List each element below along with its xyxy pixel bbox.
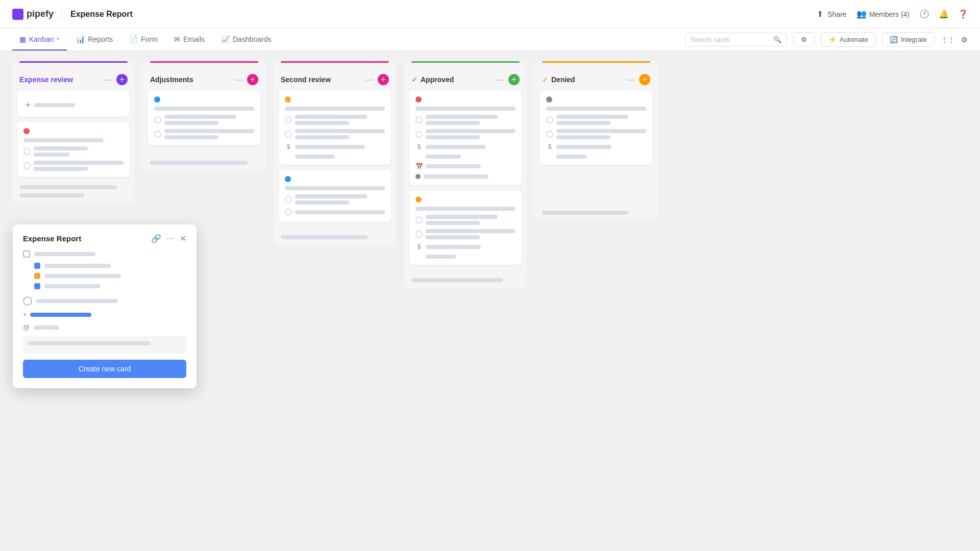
person-icon	[154, 116, 161, 123]
table-row: $ 📅	[409, 90, 522, 185]
card-row	[415, 115, 516, 125]
skel-bar	[44, 274, 121, 278]
card-title-skel	[285, 186, 385, 190]
tab-dashboards-label: Dashboards	[233, 35, 272, 43]
card-row	[285, 129, 385, 139]
footer-skel	[411, 278, 503, 282]
col-menu-expense-review[interactable]: ⋯	[104, 75, 112, 85]
card-row	[23, 146, 124, 157]
overlay-close-button[interactable]: ✕	[180, 234, 186, 243]
skel-bar	[556, 129, 646, 133]
card-row	[415, 129, 516, 139]
tab-kanban[interactable]: ▦ Kanban ▾	[12, 29, 67, 51]
list-item	[34, 273, 186, 279]
skel-bar	[426, 135, 480, 139]
integrate-button[interactable]: 🔄 Integrate	[882, 32, 935, 47]
col-title-expense-review: Expense review	[19, 76, 73, 84]
skel-sub-row	[546, 155, 646, 159]
grid-button[interactable]: ⋮⋮	[941, 36, 955, 44]
tab-kanban-label: Kanban	[29, 35, 54, 43]
calendar-icon: 📅	[415, 163, 423, 170]
list-color-blue	[34, 263, 40, 269]
filter-button[interactable]: ⚙	[793, 32, 815, 47]
skel-bar	[44, 264, 111, 268]
card-row	[285, 209, 385, 216]
col-add-denied[interactable]: +	[639, 74, 650, 85]
dollar-icon: $	[415, 143, 423, 151]
skel-bar	[426, 221, 480, 225]
skel-bar	[295, 135, 349, 139]
column-adjustments: Adjustments ⋯ +	[143, 61, 265, 171]
table-row: +	[17, 90, 130, 117]
tabs: ▦ Kanban ▾ 📊 Reports 📄 Form ✉ Emails 📈 D…	[12, 29, 279, 51]
card-row	[415, 229, 516, 239]
tab-form[interactable]: 📄 Form	[122, 29, 165, 51]
overlay-at-row: @	[23, 323, 186, 331]
circle-icon	[154, 131, 161, 138]
skel-stack	[34, 161, 124, 171]
help-button[interactable]: ❓	[959, 10, 968, 19]
col-header-right-expense-review: ⋯ +	[104, 74, 128, 85]
col-title-approved: ✓ Approved	[411, 76, 454, 84]
card-row	[285, 194, 385, 205]
skel-bar	[556, 145, 611, 149]
col-add-approved[interactable]: +	[508, 74, 520, 85]
skel-stack	[556, 115, 646, 125]
dollar-icon: $	[285, 143, 292, 151]
tab-reports[interactable]: 📊 Reports	[69, 29, 120, 51]
col-footer-denied	[535, 165, 657, 215]
column-second-review: Second review ⋯ +	[274, 61, 396, 245]
col-header-right-approved: ⋯ +	[496, 74, 520, 85]
col-title-second-review: Second review	[281, 76, 331, 84]
tab-dashboards[interactable]: 📈 Dashboards	[214, 29, 279, 51]
col-bar-expense-review	[19, 61, 128, 63]
share-button[interactable]: ⬆ Share	[815, 10, 846, 19]
skel-stack	[426, 129, 516, 139]
add-card-row[interactable]: +	[23, 96, 124, 111]
settings-button[interactable]: ⚙	[961, 36, 968, 44]
col-menu-second-review[interactable]: ⋯	[365, 75, 374, 85]
skel-bar	[295, 145, 365, 149]
history-button[interactable]: 🕐	[920, 10, 929, 19]
dollar-icon: $	[415, 243, 423, 251]
overlay-checkbox[interactable]	[23, 251, 30, 258]
overlay-add-row[interactable]: +	[23, 311, 186, 318]
col-add-second-review[interactable]: +	[378, 74, 389, 85]
search-placeholder: Search cards	[691, 36, 730, 43]
col-bar-approved	[411, 61, 520, 63]
create-new-card-button[interactable]: Create new card	[23, 360, 186, 378]
skel-bar	[44, 284, 101, 288]
skel-bar	[295, 201, 349, 205]
list-color-blue2	[34, 283, 40, 289]
col-menu-denied[interactable]: ⋯	[627, 75, 635, 85]
col-menu-approved[interactable]: ⋯	[496, 75, 504, 85]
card-row	[285, 115, 385, 125]
automate-icon: ⚡	[828, 36, 837, 43]
skel-stack	[295, 210, 385, 214]
overlay-title: Expense Report	[23, 234, 81, 243]
table-row: $	[279, 90, 391, 165]
members-button[interactable]: 👥 Members (4)	[857, 10, 910, 19]
cards-area-adjustments	[143, 90, 265, 145]
settings-icon: ⚙	[961, 36, 968, 44]
overlay-link-button[interactable]: 🔗	[151, 234, 161, 243]
top-nav: pipefy Expense Report ⬆ Share 👥 Members …	[0, 0, 980, 29]
col-add-adjustments[interactable]: +	[247, 74, 258, 85]
card-title-skel	[415, 107, 516, 111]
tab-emails[interactable]: ✉ Emails	[167, 29, 212, 51]
notifications-button[interactable]: 🔔	[939, 10, 948, 19]
dollar-row: $	[546, 143, 646, 151]
table-row: $	[409, 190, 522, 265]
skel-bar	[426, 255, 456, 259]
col-add-expense-review[interactable]: +	[116, 74, 128, 85]
search-box[interactable]: Search cards 🔍	[685, 33, 787, 46]
skel-bar	[426, 115, 498, 119]
search-icon: 🔍	[773, 36, 781, 43]
tab-actions: Search cards 🔍 ⚙ ⚡ Automate 🔄 Integrate …	[685, 32, 968, 47]
overlay-menu-button[interactable]: ⋯	[166, 234, 175, 243]
card-dot	[154, 96, 160, 103]
skel-stack	[295, 194, 385, 205]
skel-bar	[556, 115, 628, 119]
automate-button[interactable]: ⚡ Automate	[821, 32, 876, 47]
col-menu-adjustments[interactable]: ⋯	[235, 75, 243, 85]
